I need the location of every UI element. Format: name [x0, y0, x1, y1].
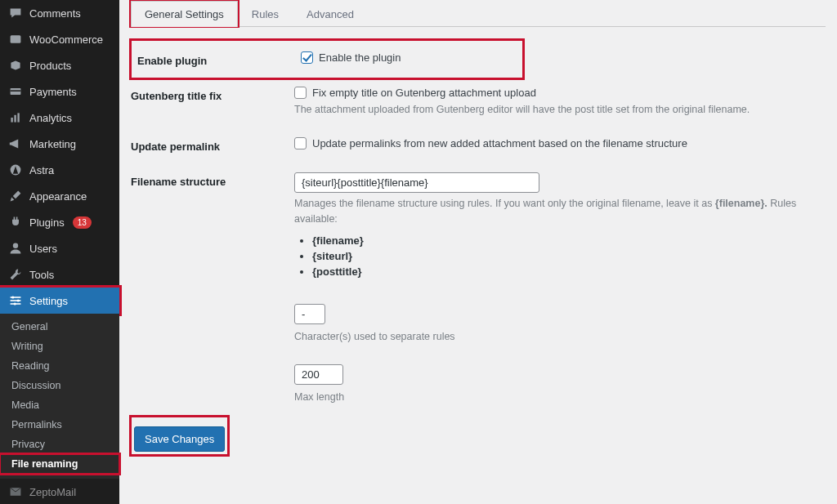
svg-rect-4 — [14, 115, 16, 123]
settings-tabs: General Settings Rules Advanced — [131, 0, 826, 27]
tab-rules[interactable]: Rules — [238, 1, 293, 27]
structure-rules-list: {filename} {siteurl} {posttitle} — [312, 233, 826, 279]
astra-icon — [8, 163, 23, 177]
sidebar-item-tools[interactable]: Tools — [0, 261, 119, 288]
sidebar-item-label: Analytics — [29, 112, 72, 124]
sidebar-item-label: Payments — [29, 86, 77, 98]
filename-structure-input[interactable] — [294, 172, 539, 193]
sliders-icon — [8, 293, 23, 308]
enable-plugin-checkbox-label: Enable the plugin — [319, 51, 401, 64]
save-changes-button[interactable]: Save Changes — [134, 426, 225, 452]
admin-sidebar: Comments WooCommerce Products Payments A… — [0, 0, 119, 504]
svg-point-7 — [13, 243, 18, 248]
sidebar-item-label: Comments — [29, 7, 81, 20]
gutenberg-fix-description: The attachment uploaded from Gutenberg e… — [294, 102, 826, 118]
filename-structure-description: Manages the filename structure using rul… — [294, 196, 826, 227]
sidebar-item-label: ZeptoMail — [29, 486, 76, 498]
update-permalink-checkbox-label: Update permalinks from new added attachm… — [312, 137, 687, 149]
max-length-input[interactable] — [294, 364, 343, 385]
brush-icon — [8, 189, 23, 203]
svg-rect-3 — [11, 118, 12, 123]
sidebar-item-label: Tools — [29, 269, 54, 281]
sidebar-item-woocommerce[interactable]: WooCommerce — [0, 26, 119, 52]
field-label-structure: Filename structure — [131, 172, 294, 188]
rule-item: {posttitle} — [312, 264, 826, 279]
field-label-gutenberg: Gutenberg title fix — [131, 87, 294, 102]
tab-general-settings[interactable]: General Settings — [131, 1, 238, 27]
sidebar-item-users[interactable]: Users — [0, 235, 119, 261]
tab-advanced[interactable]: Advanced — [293, 1, 368, 27]
sidebar-item-payments[interactable]: Payments — [0, 78, 119, 105]
user-icon — [8, 241, 23, 256]
sub-item-media[interactable]: Media — [0, 395, 119, 415]
sidebar-item-label: Astra — [29, 164, 54, 176]
separator-description: Character(s) used to separate rules — [294, 329, 826, 345]
settings-submenu: General Writing Reading Discussion Media… — [0, 314, 119, 479]
sidebar-item-settings[interactable]: Settings — [0, 288, 119, 314]
separator-input[interactable] — [294, 304, 325, 324]
plugins-badge: 13 — [73, 216, 92, 229]
svg-point-11 — [11, 296, 14, 298]
sidebar-item-appearance[interactable]: Appearance — [0, 183, 119, 209]
sidebar-item-marketing[interactable]: Marketing — [0, 131, 119, 157]
sidebar-item-label: Plugins — [29, 216, 65, 229]
sidebar-item-zeptomail[interactable]: ZeptoMail — [0, 479, 119, 504]
sub-item-reading[interactable]: Reading — [0, 356, 119, 376]
field-label-permalink: Update permalink — [131, 137, 294, 153]
sub-item-discussion[interactable]: Discussion — [0, 376, 119, 395]
comment-icon — [8, 6, 23, 20]
gutenberg-fix-checkbox-label: Fix empty title on Gutenberg attachment … — [312, 87, 536, 99]
sidebar-item-label: Marketing — [29, 138, 76, 150]
sub-item-file-renaming[interactable]: File renaming — [0, 454, 119, 474]
sidebar-item-label: Settings — [29, 295, 68, 307]
sidebar-item-plugins[interactable]: Plugins 13 — [0, 209, 119, 235]
sub-item-writing[interactable]: Writing — [0, 337, 119, 356]
woocommerce-icon — [8, 32, 23, 47]
sidebar-item-label: Appearance — [29, 190, 87, 203]
megaphone-icon — [8, 136, 23, 151]
sidebar-item-label: Users — [29, 243, 57, 255]
enable-plugin-checkbox[interactable] — [301, 51, 313, 64]
svg-rect-0 — [11, 35, 21, 43]
rule-item: {siteurl} — [312, 248, 826, 264]
rule-item: {filename} — [312, 233, 826, 248]
sidebar-item-label: Products — [29, 60, 71, 72]
field-label-enable: Enable plugin — [137, 51, 301, 67]
svg-point-12 — [17, 299, 20, 301]
card-icon — [8, 84, 23, 99]
chart-icon — [8, 110, 23, 125]
svg-point-13 — [14, 302, 16, 305]
mail-icon — [8, 484, 23, 499]
gutenberg-fix-checkbox[interactable] — [294, 87, 307, 99]
sub-item-permalinks[interactable]: Permalinks — [0, 415, 119, 435]
sidebar-item-astra[interactable]: Astra — [0, 157, 119, 183]
sidebar-item-comments[interactable]: Comments — [0, 0, 119, 26]
plug-icon — [8, 215, 23, 230]
settings-page: General Settings Rules Advanced Enable p… — [119, 0, 837, 504]
box-icon — [8, 58, 23, 73]
sidebar-item-products[interactable]: Products — [0, 52, 119, 78]
update-permalink-checkbox[interactable] — [294, 137, 307, 149]
max-length-description: Max length — [294, 390, 826, 405]
wrench-icon — [8, 267, 23, 282]
sub-item-privacy[interactable]: Privacy — [0, 435, 119, 454]
svg-rect-2 — [11, 90, 21, 91]
sidebar-item-label: WooCommerce — [29, 33, 103, 46]
sidebar-item-analytics[interactable]: Analytics — [0, 105, 119, 131]
svg-rect-5 — [17, 113, 19, 122]
sub-item-general[interactable]: General — [0, 317, 119, 337]
